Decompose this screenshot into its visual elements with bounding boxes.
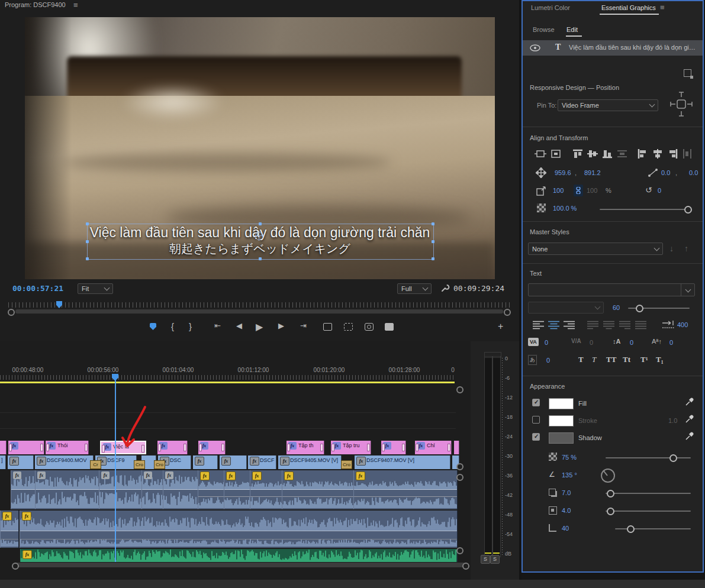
slider-thumb[interactable] bbox=[607, 508, 614, 515]
timeline-clip-audio[interactable]: fx bbox=[99, 470, 143, 509]
volume-line[interactable] bbox=[354, 489, 457, 490]
visibility-eye-icon[interactable] bbox=[530, 44, 540, 51]
timeline-clip-audio[interactable]: fx bbox=[224, 470, 251, 509]
volume-line[interactable] bbox=[282, 496, 354, 497]
fx-badge[interactable]: fx bbox=[22, 550, 32, 559]
volume-line[interactable] bbox=[250, 496, 282, 497]
align-bottom-icon[interactable] bbox=[602, 149, 613, 159]
selection-handle[interactable] bbox=[86, 240, 89, 243]
timeline-clip-video[interactable]: fxDSCF bbox=[248, 455, 276, 469]
video-frame[interactable]: Việc làm đầu tiên sau khi dậy đó là dọn … bbox=[25, 17, 495, 279]
text-selection-box[interactable] bbox=[87, 224, 434, 260]
scrollbar-knob[interactable] bbox=[456, 547, 463, 554]
slider-thumb[interactable] bbox=[684, 206, 692, 214]
justify-last-right-icon[interactable] bbox=[619, 321, 630, 329]
scale-y-value[interactable]: 100 bbox=[587, 187, 597, 194]
new-layer-icon[interactable] bbox=[684, 69, 691, 77]
scrollbar-knob[interactable] bbox=[12, 563, 19, 570]
shadow-eyedropper-icon[interactable] bbox=[685, 432, 694, 441]
font-size-slider[interactable] bbox=[628, 308, 690, 309]
align-to-video-frame-icon[interactable] bbox=[535, 149, 546, 159]
add-marker-icon[interactable] bbox=[150, 323, 156, 330]
position-x-value[interactable]: 959.6 bbox=[555, 169, 571, 176]
mark-in-icon[interactable]: { bbox=[171, 321, 174, 331]
playback-resolution-select[interactable]: Full bbox=[397, 283, 432, 294]
pin-to-select[interactable]: Video Frame bbox=[558, 99, 658, 111]
volume-line[interactable] bbox=[163, 489, 198, 490]
volume-line[interactable] bbox=[224, 496, 250, 497]
monitor-mini-ruler[interactable] bbox=[8, 302, 510, 308]
shadow-size-slider[interactable] bbox=[606, 511, 691, 512]
scrollbar-knob[interactable] bbox=[8, 309, 15, 316]
slider-thumb[interactable] bbox=[607, 490, 614, 497]
anchor-point-icon[interactable] bbox=[648, 169, 658, 177]
stroke-color-swatch[interactable] bbox=[549, 415, 574, 427]
leading-value[interactable]: 400 bbox=[677, 321, 688, 328]
justify-last-left-icon[interactable] bbox=[587, 321, 598, 329]
opacity-slider[interactable] bbox=[600, 209, 688, 210]
faux-italic-button[interactable]: T bbox=[592, 355, 596, 364]
timeline-clip-audio[interactable]: fx bbox=[163, 470, 199, 509]
volume-line[interactable] bbox=[36, 489, 99, 490]
zoom-level-select[interactable]: Fit bbox=[78, 283, 113, 294]
stroke-checkbox[interactable] bbox=[532, 416, 540, 424]
fx-badge[interactable]: fx bbox=[250, 457, 259, 466]
fx-badge[interactable]: fx bbox=[144, 471, 152, 479]
selection-handle[interactable] bbox=[86, 257, 89, 260]
panel-menu-icon[interactable]: ≡ bbox=[73, 1, 78, 9]
timeline-clip-audio[interactable]: fx bbox=[11, 470, 36, 509]
rotation-value[interactable]: 0 bbox=[658, 187, 661, 194]
volume-line[interactable] bbox=[11, 489, 36, 490]
fx-badge[interactable]: fx bbox=[356, 457, 366, 466]
timeline-clip-audio[interactable]: fx bbox=[282, 470, 355, 509]
volume-line[interactable] bbox=[198, 496, 224, 497]
shadow-angle-value[interactable]: 135 ° bbox=[562, 471, 577, 479]
leading-ruler-icon[interactable] bbox=[662, 321, 674, 329]
scrollbar-knob[interactable] bbox=[462, 563, 469, 570]
all-caps-button[interactable]: TT bbox=[606, 355, 616, 364]
scrollbar-knob[interactable] bbox=[456, 386, 463, 393]
volume-line[interactable] bbox=[1, 531, 18, 531]
timeline-clip-audio[interactable]: fx bbox=[353, 470, 458, 509]
line-leading-value[interactable]: 0 bbox=[630, 339, 633, 346]
tab-lumetri-color[interactable]: Lumetri Color bbox=[531, 4, 570, 11]
fx-badge[interactable]: fx bbox=[101, 471, 110, 479]
superscript-button[interactable]: T¹ bbox=[640, 355, 648, 364]
current-timecode[interactable]: 00:00:57:21 bbox=[12, 284, 63, 293]
mark-out-icon[interactable]: } bbox=[189, 321, 192, 331]
pull-style-icon[interactable]: ↑ bbox=[684, 244, 688, 253]
link-scale-toggle[interactable] bbox=[574, 185, 583, 196]
tsume-value[interactable]: 0 bbox=[546, 357, 550, 364]
justify-last-center-icon[interactable] bbox=[603, 321, 614, 329]
timeline-clip-graphic[interactable]: fx bbox=[157, 441, 188, 454]
step-back-icon[interactable]: ◀ bbox=[236, 321, 242, 330]
settings-wrench-icon[interactable] bbox=[440, 283, 450, 293]
comparison-view-icon[interactable] bbox=[385, 323, 394, 331]
anchor-x-value[interactable]: 0.0 bbox=[661, 169, 670, 176]
fx-badge[interactable]: fx bbox=[200, 471, 210, 480]
add-button-icon[interactable]: + bbox=[498, 321, 503, 332]
shadow-opacity-slider[interactable] bbox=[606, 457, 691, 458]
timeline-clip-video[interactable]: fx bbox=[220, 455, 247, 469]
font-size-value[interactable]: 60 bbox=[613, 304, 620, 311]
fx-badge[interactable]: fx bbox=[165, 471, 173, 479]
shadow-color-swatch[interactable] bbox=[549, 432, 574, 444]
fx-badge[interactable]: fx bbox=[221, 457, 231, 466]
volume-line[interactable] bbox=[282, 489, 354, 490]
solo-left-button[interactable]: S bbox=[481, 555, 490, 564]
small-caps-button[interactable]: Tt bbox=[623, 355, 630, 364]
timeline-playhead-head[interactable] bbox=[112, 374, 118, 381]
timeline-clip-video[interactable]: fxDSCF9400.MOV bbox=[35, 455, 94, 469]
font-style-select[interactable] bbox=[528, 302, 604, 314]
selection-handle[interactable] bbox=[259, 222, 262, 225]
scrollbar-knob[interactable] bbox=[456, 474, 463, 481]
timeline-playhead[interactable] bbox=[115, 374, 116, 562]
shadow-size-value[interactable]: 4.0 bbox=[562, 507, 571, 514]
timeline-clip-graphic[interactable]: fxThói bbox=[46, 441, 89, 454]
baseline-shift-value[interactable]: 0 bbox=[669, 339, 673, 346]
align-vertical-center-icon[interactable] bbox=[587, 149, 598, 159]
text-align-right-icon[interactable] bbox=[564, 321, 575, 329]
volume-line[interactable] bbox=[20, 539, 457, 539]
selection-handle[interactable] bbox=[432, 257, 434, 260]
kerning-value[interactable]: 0 bbox=[590, 339, 593, 346]
